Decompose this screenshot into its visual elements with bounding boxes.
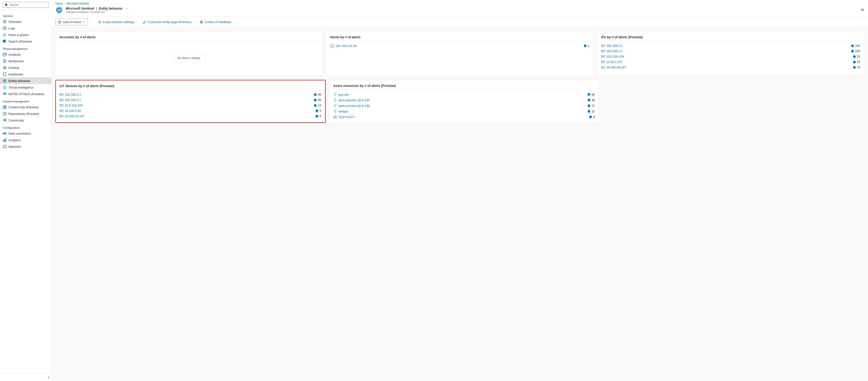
- sidebar-item-content-hub-label: Content hub (Preview): [8, 106, 39, 109]
- azure-link-3[interactable]: default: [338, 110, 348, 113]
- iot-item-left-1: 192.168.2.2: [60, 98, 81, 102]
- ip-count-2: 22: [857, 55, 860, 58]
- toolbar: Last 24 hours Entity behavior settings C…: [52, 17, 868, 28]
- ip-count-right-4: 19: [853, 65, 860, 69]
- svg-rect-20: [3, 73, 3, 75]
- guides-feedback-btn[interactable]: Guides & Feedback: [197, 19, 234, 25]
- sidebar-item-watchlist[interactable]: Watchlist: [0, 143, 52, 150]
- entity-behavior-settings-label: Entity behavior settings: [103, 20, 134, 24]
- sentinel-icon: [55, 6, 63, 13]
- close-window-btn[interactable]: ✕: [861, 7, 864, 12]
- entity-behavior-settings-btn[interactable]: Entity behavior settings: [96, 19, 136, 25]
- iot-card-title: IoT devices by # of alerts (Preview): [60, 84, 321, 90]
- sidebar-item-workbooks-label: Workbooks: [8, 59, 24, 63]
- sidebar-item-logs[interactable]: Logs: [0, 25, 52, 31]
- svg-rect-40: [5, 139, 6, 141]
- iot-link-1[interactable]: 192.168.2.2: [65, 98, 81, 102]
- watchlist-icon: [3, 145, 7, 148]
- azure-link-2[interactable]: alert-enricher-22-6-188: [338, 104, 370, 108]
- sidebar-item-incidents[interactable]: Incidents: [0, 51, 52, 58]
- sidebar-item-mitre[interactable]: MITRE ATT&CK (Preview): [0, 91, 52, 97]
- breadcrumb-sentinel[interactable]: Microsoft Sentinel: [67, 2, 89, 5]
- ip-item-left-1: 192.168.2.2: [601, 49, 622, 53]
- sidebar-item-repositories[interactable]: Repositories (Preview): [0, 110, 52, 117]
- search-box[interactable]: [3, 2, 49, 8]
- breadcrumb-separator: ›: [64, 2, 65, 5]
- azure-link-4[interactable]: TEST-KATY: [338, 115, 355, 119]
- iot-count-right-0: 96: [314, 93, 321, 96]
- sidebar-collapse-btn[interactable]: «: [0, 373, 52, 381]
- svg-rect-58: [601, 61, 604, 63]
- guides-feedback-label: Guides & Feedback: [205, 20, 231, 24]
- time-range-btn[interactable]: Last 24 hours: [55, 19, 88, 25]
- search-input[interactable]: [9, 3, 46, 7]
- azure-count-right-1: 49: [587, 98, 595, 102]
- nav-section-general: General: [0, 12, 52, 18]
- more-options-btn[interactable]: ···: [124, 6, 129, 10]
- sidebar-item-analytics[interactable]: Analytics: [0, 137, 52, 143]
- iot-icon-0: [60, 93, 63, 96]
- ip-count-right-0: 162: [851, 44, 860, 48]
- svg-point-36: [4, 133, 5, 134]
- overview-icon: [3, 20, 7, 24]
- ip-link-2[interactable]: 10.0.100.104: [606, 55, 624, 58]
- sidebar-item-community-label: Community: [8, 119, 24, 122]
- svg-point-32: [4, 119, 5, 120]
- azure-count-right-2: 37: [587, 104, 595, 108]
- shield-icon-iot-4: [315, 115, 318, 118]
- ips-card-title: IPs by # of alerts (Preview): [601, 35, 860, 41]
- ip-link-1[interactable]: 192.168.2.2: [606, 49, 622, 53]
- no-data-box: No data to display: [173, 54, 205, 62]
- azure-card: Azure resources by # of alerts (Preview)…: [329, 80, 599, 123]
- ip-icon-1: [601, 50, 605, 53]
- azure-item-left-0: guy-site: [333, 92, 349, 96]
- shield-icon-azure-4: [589, 115, 592, 119]
- sidebar-item-entity-behavior[interactable]: Entity behavior: [0, 78, 52, 84]
- list-item: guy-site 96: [333, 92, 595, 96]
- iot-link-3[interactable]: 10.240.5.95: [65, 109, 81, 113]
- notebooks-icon: [3, 72, 7, 76]
- sidebar-item-hunting[interactable]: Hunting: [0, 64, 52, 71]
- sidebar-item-notebooks[interactable]: Notebooks: [0, 71, 52, 78]
- host-link-0[interactable]: 192.168.112.30: [335, 44, 356, 48]
- iot-count-right-3: 9: [315, 109, 321, 113]
- ip-count-right-1: 160: [851, 49, 860, 53]
- sidebar-item-content-hub[interactable]: Content hub (Preview): [0, 104, 52, 110]
- sidebar-item-workbooks[interactable]: Workbooks: [0, 58, 52, 64]
- azure-count-3: 15: [591, 110, 595, 113]
- iot-link-4[interactable]: 10.240.43.147: [65, 114, 84, 118]
- sidebar-item-threat-intelligence[interactable]: Threat intelligence: [0, 84, 52, 91]
- iot-link-2[interactable]: 10.0.100.104: [65, 104, 83, 107]
- ip-count-1: 160: [855, 49, 860, 53]
- sidebar-header: [0, 0, 52, 10]
- iot-count-4: 8: [319, 114, 321, 118]
- azure-item-left-2: alert-enricher-22-6-188: [333, 104, 370, 108]
- sidebar-item-data-connectors[interactable]: Data connectors: [0, 130, 52, 137]
- sidebar-item-news-guides[interactable]: News & guides: [0, 31, 52, 38]
- svg-rect-49: [601, 45, 604, 47]
- iot-count-3: 9: [319, 109, 321, 113]
- shield-icon-azure-0: [587, 93, 591, 96]
- sidebar-item-search[interactable]: Search (Preview): [0, 38, 52, 45]
- iot-count-right-2: 10: [314, 104, 321, 107]
- shield-icon-host: [584, 44, 587, 48]
- azure-link-0[interactable]: guy-site: [338, 93, 349, 96]
- customize-entity-page-btn[interactable]: Customize entity page (Preview): [141, 19, 194, 25]
- ip-link-4[interactable]: 10.240.43.147: [606, 65, 626, 69]
- ip-link-3[interactable]: 10.35.1.237: [606, 60, 622, 64]
- ip-link-0[interactable]: 192.168.1.1: [606, 44, 622, 48]
- search-icon: [5, 3, 8, 7]
- sidebar-item-community[interactable]: Community: [0, 117, 52, 123]
- breadcrumb-home[interactable]: Home: [55, 2, 63, 5]
- paintbrush-icon: [143, 21, 146, 24]
- azure-item-left-3: default: [333, 110, 348, 113]
- shield-icon-azure-2: [587, 104, 591, 107]
- svg-rect-76: [60, 115, 63, 117]
- azure-link-1[interactable]: alert-enricher-22-6-193: [338, 98, 370, 102]
- accounts-card: Accounts by # of alerts No data to displ…: [55, 31, 322, 76]
- sidebar-item-overview[interactable]: Overview: [0, 18, 52, 25]
- hosts-card: Hosts by # of alerts 192.168.112.30 1: [326, 31, 593, 76]
- iot-icon-1: [60, 99, 63, 101]
- azure-count-4: 6: [593, 115, 595, 119]
- iot-link-0[interactable]: 192.168.1.1: [65, 93, 81, 96]
